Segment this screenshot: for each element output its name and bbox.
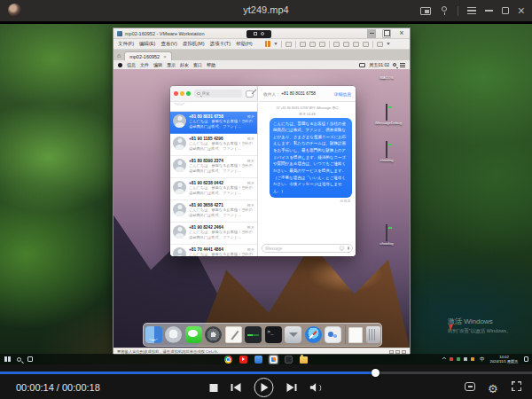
vmware-toolbar-send-key-icon[interactable]	[377, 42, 383, 47]
tray-tray-gray-icon[interactable]	[464, 357, 467, 361]
control-volume-icon[interactable]	[310, 383, 323, 392]
vmware-menu-item[interactable]: 编辑(E)	[139, 41, 155, 47]
taskbar-app-blue-icon[interactable]	[254, 356, 262, 364]
conversation-list-item[interactable]: +81 90 1185 4296 昨天 こんにちは、親愛なるお客様！当社の金融商…	[170, 134, 257, 156]
dock-console-icon[interactable]	[245, 326, 262, 343]
video-frame[interactable]: mp02-160952 - VMware Workstation 文件(F)编辑…	[0, 24, 532, 364]
desktop-icon[interactable]: showlog	[375, 142, 398, 163]
message-input[interactable]: iMessage ☺	[262, 244, 353, 253]
titlebar-close-icon[interactable]	[518, 3, 525, 19]
vmware-minimize-icon[interactable]	[367, 29, 376, 38]
conversation-list-item[interactable]: +81 90 3658 4271 昨天 こんにちは、親愛なるお客様！当社の金融商…	[170, 200, 257, 223]
control-next-icon[interactable]	[287, 383, 297, 392]
dock-sepline-icon[interactable]	[345, 325, 346, 344]
apple-menu-icon[interactable]	[118, 63, 122, 67]
display-status-icon[interactable]	[359, 63, 365, 67]
dock-terminal-icon[interactable]	[265, 326, 282, 343]
minimize-traffic-light[interactable]	[180, 91, 184, 96]
vmware-toolbar-fullscreen-icon[interactable]	[353, 42, 359, 47]
dock-stacks-icon[interactable]	[285, 326, 301, 343]
macos-menu-item[interactable]: 好友	[180, 62, 189, 67]
vmware-toolbar-thumbnails-icon[interactable]	[343, 42, 349, 47]
vmware-menu-item[interactable]: 查看(V)	[160, 41, 176, 47]
control-fullscreen-icon[interactable]	[512, 381, 521, 391]
vmware-toolbar-suspend-icon[interactable]	[265, 41, 270, 47]
conversation-list-item[interactable]: こんにちは、親愛なるお客様！当社の金融商品には株式、ファンド…	[170, 103, 257, 112]
action-center-icon[interactable]	[524, 356, 529, 362]
macos-menu-item[interactable]: 帮助	[207, 62, 215, 67]
details-link[interactable]: 详细信息	[334, 91, 351, 97]
desktop-icon[interactable]: MACOS	[375, 75, 398, 81]
seek-bar[interactable]	[0, 372, 532, 374]
conversation-list-item[interactable]: +81 80 8390 2374 昨天 こんにちは、親愛なるお客様！当社の金融商…	[170, 156, 257, 178]
vmware-menu-item[interactable]: 虚拟机(M)	[183, 41, 205, 47]
titlebar-maximize-icon[interactable]	[502, 7, 509, 14]
vmware-toolbar-show-library-icon[interactable]	[333, 42, 340, 47]
control-play-icon[interactable]	[254, 378, 274, 397]
dock-trash-icon[interactable]	[366, 326, 380, 343]
vmware-toolbar-unity-icon[interactable]	[363, 42, 369, 47]
vmware-vm-tab[interactable]: mp02-160952 ×	[124, 51, 171, 60]
vmware-toolbar-snapshot-manager-icon[interactable]	[319, 42, 325, 47]
tray-tray-green-icon[interactable]	[457, 357, 460, 361]
taskbar-chrome-icon[interactable]	[224, 356, 232, 364]
dock-launchpad-icon[interactable]	[165, 326, 182, 343]
conversation-list-item[interactable]: +81 90 8242 2464 昨天 こんにちは、親愛なるお客様！当社の金融商…	[170, 223, 257, 245]
search-input[interactable]: 搜索	[194, 90, 242, 98]
macos-menu-item[interactable]: 编辑	[153, 62, 162, 67]
control-stop-icon[interactable]	[210, 384, 218, 392]
taskbar-app-dark-icon[interactable]	[285, 356, 293, 364]
vmware-close-icon[interactable]	[397, 29, 406, 38]
vmware-menu-item[interactable]: 文件(F)	[118, 41, 134, 47]
vmware-toolbar-dropdown-icon[interactable]	[387, 43, 390, 45]
dictation-mic-icon[interactable]	[348, 246, 350, 251]
macos-menu-item[interactable]: 窗口	[193, 62, 202, 67]
dock-safari-icon[interactable]	[305, 326, 322, 343]
vmware-home-tab-icon[interactable]: ⌂	[117, 51, 121, 60]
conversation-list-item[interactable]: +81 90 6238 0442 昨天 こんにちは、親愛なるお客様！当社の金融商…	[170, 178, 257, 200]
dock-textedit-icon[interactable]	[225, 326, 242, 343]
taskbar-clock[interactable]: 14:02 2024/11/1 星期五	[489, 355, 518, 364]
vmware-menu-item[interactable]: 选项卡(T)	[209, 41, 231, 47]
desktop-icon[interactable]: iMessageDebug	[375, 105, 398, 126]
taskbar-recorder-icon[interactable]	[270, 356, 278, 364]
tray-chevron-up-icon[interactable]	[442, 356, 447, 362]
ime-indicator[interactable]: 中	[480, 356, 485, 363]
notification-center-icon[interactable]	[400, 63, 405, 67]
compose-message-button[interactable]	[246, 90, 254, 98]
conversation-list-item[interactable]: +81 80 8031 6758 昨天 こんにちは、親愛なるお客様！当社の金融商…	[170, 112, 257, 134]
windows-start-icon[interactable]	[4, 356, 11, 363]
vmware-maximize-icon[interactable]	[382, 29, 391, 38]
titlebar-pin-icon[interactable]	[440, 6, 449, 15]
dock-document-icon[interactable]	[348, 327, 363, 343]
macos-menu-item[interactable]: 信息	[127, 62, 136, 67]
dock-finder-icon[interactable]	[145, 326, 162, 343]
dock-network-icon[interactable]	[325, 326, 341, 343]
vmware-toolbar-snapshot-revert-icon[interactable]	[309, 42, 316, 47]
close-traffic-light[interactable]	[174, 91, 178, 96]
control-settings-icon[interactable]	[488, 380, 499, 392]
vmware-toolbar-snapshot-take-icon[interactable]	[300, 42, 306, 47]
control-previous-icon[interactable]	[231, 383, 241, 392]
windows-search-icon[interactable]	[17, 357, 21, 362]
control-snapshot-icon[interactable]	[465, 382, 475, 391]
dock-preferences-icon[interactable]	[205, 326, 222, 343]
titlebar-menu-icon[interactable]	[467, 7, 476, 14]
dock-messages-icon[interactable]	[185, 326, 202, 343]
desktop-icon[interactable]: showlog	[375, 225, 398, 246]
emoji-picker-icon[interactable]: ☺	[339, 246, 344, 251]
vmware-menu-item[interactable]: 帮助(H)	[236, 41, 253, 47]
vmware-toolbar-dropdown-icon[interactable]	[274, 43, 278, 45]
titlebar-pip-icon[interactable]	[420, 7, 431, 15]
tray-tray-orange-icon[interactable]	[471, 357, 474, 361]
vmware-toolbar-ctrl-alt-del-icon[interactable]	[286, 42, 292, 47]
vmware-toolbar-sep-icon[interactable]	[372, 41, 373, 48]
titlebar-separator-icon[interactable]	[458, 6, 458, 16]
seek-bar-handle[interactable]	[372, 369, 379, 377]
taskbar-explorer-icon[interactable]	[300, 356, 308, 364]
conversation-list-item[interactable]: +81 70 4441 4864 昨天 こんにちは、親愛なるお客様！当社の金融商…	[170, 245, 257, 256]
macos-menu-item[interactable]: 文件	[140, 62, 149, 67]
tray-tray-red-icon[interactable]	[450, 357, 453, 361]
titlebar-minimize-icon[interactable]	[485, 10, 493, 12]
task-view-icon[interactable]	[27, 356, 33, 362]
